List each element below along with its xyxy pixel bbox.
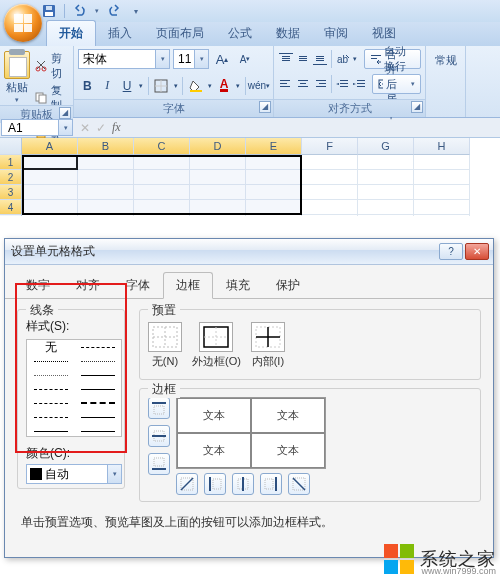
border-bottom-button[interactable] (148, 453, 170, 475)
orientation-dropdown[interactable]: ▾ (352, 49, 358, 69)
preset-outline[interactable]: 外边框(O) (192, 322, 241, 369)
border-preview[interactable]: 文本 文本 文本 文本 (176, 397, 326, 469)
orientation-button[interactable]: ab (335, 49, 351, 69)
phonetic-button[interactable]: wén▾ (249, 76, 269, 96)
style-opt[interactable] (27, 410, 74, 424)
fill-color-button[interactable] (186, 76, 205, 96)
save-icon[interactable] (40, 2, 58, 20)
row-header[interactable]: 4 (0, 200, 22, 215)
cut-button[interactable]: 剪切 (34, 51, 69, 81)
col-header[interactable]: D (190, 138, 246, 155)
col-header[interactable]: A (22, 138, 78, 155)
shrink-font-button[interactable]: A▾ (235, 49, 255, 69)
insert-function-button[interactable]: fx (112, 120, 121, 135)
indent-increase-button[interactable] (351, 74, 367, 94)
tab-alignment[interactable]: 对齐 (63, 272, 113, 299)
style-opt[interactable] (27, 424, 74, 438)
underline-button[interactable]: U (118, 76, 137, 96)
underline-dropdown[interactable]: ▾ (137, 76, 145, 96)
italic-button[interactable]: I (98, 76, 117, 96)
row-header[interactable]: 1 (0, 155, 22, 170)
col-header[interactable]: E (246, 138, 302, 155)
font-dialog-launcher[interactable]: ◢ (259, 101, 271, 113)
chevron-down-icon[interactable]: ▾ (411, 80, 415, 88)
cell[interactable] (22, 155, 78, 170)
tab-fill[interactable]: 填充 (213, 272, 263, 299)
undo-icon[interactable] (71, 2, 89, 20)
border-diag-down-button[interactable] (288, 473, 310, 495)
office-button[interactable] (4, 4, 42, 42)
tab-font[interactable]: 字体 (113, 272, 163, 299)
close-button[interactable]: ✕ (465, 243, 489, 260)
tab-view[interactable]: 视图 (360, 21, 408, 46)
style-opt[interactable] (74, 354, 121, 368)
border-button[interactable] (152, 76, 171, 96)
style-opt[interactable] (74, 410, 121, 424)
tab-border[interactable]: 边框 (163, 272, 213, 299)
border-vmid-button[interactable] (232, 473, 254, 495)
tab-review[interactable]: 审阅 (312, 21, 360, 46)
qat-customize-icon[interactable]: ▾ (127, 2, 145, 20)
align-middle-button[interactable] (295, 49, 311, 69)
tab-insert[interactable]: 插入 (96, 21, 144, 46)
align-top-button[interactable] (278, 49, 294, 69)
paste-dropdown-icon[interactable]: ▾ (15, 96, 19, 104)
paste-button[interactable]: 粘贴 ▾ (4, 49, 30, 105)
col-header[interactable]: B (78, 138, 134, 155)
tab-home[interactable]: 开始 (46, 20, 96, 46)
chevron-down-icon[interactable]: ▾ (155, 50, 169, 68)
tab-data[interactable]: 数据 (264, 21, 312, 46)
tab-protection[interactable]: 保护 (263, 272, 313, 299)
style-opt[interactable] (74, 382, 121, 396)
fill-color-dropdown[interactable]: ▾ (206, 76, 214, 96)
cells-area[interactable] (22, 155, 500, 216)
chevron-down-icon[interactable]: ▾ (194, 50, 208, 68)
border-dropdown[interactable]: ▾ (172, 76, 180, 96)
style-opt[interactable] (74, 396, 121, 410)
border-top-button[interactable] (148, 397, 170, 419)
tab-number[interactable]: 数字 (13, 272, 63, 299)
col-header[interactable]: C (134, 138, 190, 155)
select-all-corner[interactable] (0, 138, 22, 155)
enter-entry-icon[interactable]: ✓ (96, 121, 106, 135)
line-style-list[interactable]: 无 (26, 339, 122, 437)
cancel-entry-icon[interactable]: ✕ (80, 121, 90, 135)
preset-inside[interactable]: 内部(I) (251, 322, 285, 369)
name-box[interactable]: A1▾ (1, 119, 73, 136)
style-opt[interactable] (74, 424, 121, 438)
bold-button[interactable]: B (78, 76, 97, 96)
indent-decrease-button[interactable] (334, 74, 350, 94)
align-bottom-button[interactable] (312, 49, 328, 69)
chevron-down-icon[interactable]: ▾ (107, 465, 121, 483)
row-header[interactable]: 2 (0, 170, 22, 185)
line-color-combo[interactable]: 自动▾ (26, 464, 122, 484)
undo-dropdown-icon[interactable]: ▾ (93, 2, 101, 20)
help-button[interactable]: ? (439, 243, 463, 260)
chevron-down-icon[interactable]: ▾ (58, 120, 72, 135)
redo-icon[interactable] (105, 2, 123, 20)
style-opt[interactable] (27, 382, 74, 396)
grow-font-button[interactable]: A▴ (212, 49, 232, 69)
style-opt[interactable] (27, 368, 74, 382)
col-header[interactable]: H (414, 138, 470, 155)
row-header[interactable]: 5 (0, 215, 22, 216)
style-opt[interactable] (74, 368, 121, 382)
border-hmid-button[interactable] (148, 425, 170, 447)
align-right-button[interactable] (312, 74, 328, 94)
col-header[interactable]: G (358, 138, 414, 155)
font-name-combo[interactable]: 宋体▾ (78, 49, 170, 69)
style-none[interactable]: 无 (27, 340, 74, 354)
border-left-button[interactable] (204, 473, 226, 495)
border-right-button[interactable] (260, 473, 282, 495)
merge-center-button[interactable]: 合并后居中▾ (372, 74, 421, 94)
style-opt[interactable] (27, 396, 74, 410)
clipboard-dialog-launcher[interactable]: ◢ (59, 107, 71, 119)
style-opt[interactable] (27, 354, 74, 368)
dialog-titlebar[interactable]: 设置单元格格式 ? ✕ (5, 239, 493, 265)
align-center-button[interactable] (295, 74, 311, 94)
spreadsheet-grid[interactable]: 1 2 3 4 5 A B C D E F G H (0, 138, 500, 216)
tab-formulas[interactable]: 公式 (216, 21, 264, 46)
font-color-button[interactable]: A (215, 76, 234, 96)
tab-pagelayout[interactable]: 页面布局 (144, 21, 216, 46)
border-diag-up-button[interactable] (176, 473, 198, 495)
